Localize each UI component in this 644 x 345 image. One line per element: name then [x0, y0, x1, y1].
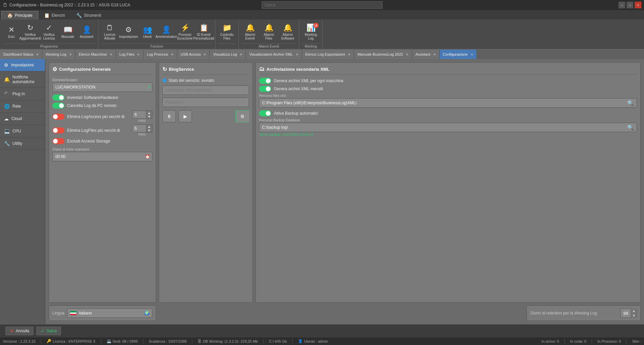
maximize-button[interactable]: □	[627, 2, 633, 8]
sidebar-item-impostazioni[interactable]: ⚙ Impostazioni	[0, 59, 45, 71]
search-input[interactable]	[262, 1, 383, 9]
working-log-label: WorkingLog	[305, 33, 317, 40]
archivio-xml-label: Archiviazione secondaria XML	[266, 67, 330, 72]
spinner-logfiles-up[interactable]: ▲	[146, 125, 152, 128]
tab-manuale[interactable]: Manuale BusinessLog 2022 ✕	[354, 50, 412, 59]
toggle-inventari-switch[interactable]	[52, 95, 64, 101]
retention-down-button[interactable]: ▼	[631, 313, 637, 318]
tab-log-processi[interactable]: Log Processi ✕	[143, 50, 177, 59]
tab-elenco-macchine-close[interactable]: ✕	[110, 53, 112, 56]
tab-visualizza-log[interactable]: Visualizza Log ✕	[210, 50, 246, 59]
verifica-licenza-button[interactable]: ✓ VerificaLicenza	[40, 22, 58, 43]
plugin-sidebar-label: Plug In	[12, 92, 25, 96]
panel-config-generale: ⚙ Configurazione Generale Dominio/Gruppo…	[49, 62, 156, 303]
spinner-logaccess-down[interactable]: ▼	[146, 115, 152, 118]
username-input[interactable]	[162, 85, 249, 95]
xml-path-search-icon[interactable]: 🔍	[625, 100, 637, 106]
ribbon-tab-strumenti[interactable]: 🔧 Strumenti	[70, 11, 107, 19]
allarmi-files-button[interactable]: 🔔 AllarmiFiles	[260, 22, 278, 43]
toggle-backup-switch[interactable]	[259, 110, 271, 116]
tab-archivi-xml-close[interactable]: ✕	[296, 53, 298, 56]
tab-dashboard-status[interactable]: DashBoard Status ✕	[0, 50, 42, 59]
spinner-logaccess-up[interactable]: ▲	[146, 111, 152, 115]
tab-log-processi-close[interactable]: ✕	[171, 53, 174, 56]
allarmi-eventi-label: AllarmiEventi	[245, 33, 255, 40]
toggle-genera-xml-switch[interactable]	[259, 78, 271, 84]
licenze-attivate-button[interactable]: 🗒 LicenzeAttivate	[101, 22, 118, 43]
tab-dashboard-close[interactable]: ✕	[36, 53, 39, 56]
tab-log-files-close[interactable]: ✕	[137, 53, 140, 56]
service-settings-button[interactable]: ⚙	[236, 110, 249, 122]
backup-path-input[interactable]	[259, 124, 625, 131]
tab-usb-access[interactable]: USB Access ✕	[177, 50, 210, 59]
cancel-button[interactable]: ✕ Annulla	[5, 327, 34, 335]
allarmi-eventi-icon: 🔔	[246, 24, 255, 32]
spinner-logfiles-down[interactable]: ▼	[146, 128, 152, 132]
domain-input[interactable]	[53, 82, 147, 92]
tab-working-log[interactable]: Working Log ✕	[42, 50, 76, 59]
sidebar-item-utility[interactable]: 🔧 Utility	[0, 137, 45, 150]
working-log-button[interactable]: 📊 WorkingLog 16	[302, 22, 319, 43]
allarmi-eventi-button[interactable]: 🔔 AllarmiEventi	[241, 22, 259, 43]
tab-elenco-log[interactable]: Elenco Log Esportazioni ✕	[302, 50, 354, 59]
impostazioni-button[interactable]: ⚙ Impostazioni	[120, 22, 137, 43]
toggle-elimina-logfiles-switch[interactable]	[52, 127, 64, 133]
utenti-label: Utenti	[143, 35, 152, 39]
tab-configurazione-close[interactable]: ✕	[470, 53, 473, 56]
esci-button[interactable]: ✕ Esci	[3, 22, 20, 43]
programma-group-label: Programma	[3, 44, 95, 48]
bottom-action-bar: ✕ Annulla ✓ Salva	[0, 324, 644, 337]
tab-elenco-log-close[interactable]: ✕	[348, 53, 350, 56]
password-input[interactable]	[162, 98, 249, 107]
allarmi-files-icon: 🔔	[264, 24, 274, 32]
sidebar-item-rete[interactable]: 🌐 Rete	[0, 100, 45, 113]
id-eventi-button[interactable]: 📋 ID EventiPersonalizzati	[195, 22, 212, 43]
toggle-escludi-switch[interactable]	[52, 138, 64, 144]
tab-elenco-macchine[interactable]: Elenco Macchine ✕	[76, 50, 116, 59]
programma-buttons: ✕ Esci ↻ VerificaAggiornamenti ✓ Verific…	[3, 21, 95, 44]
tab-manuale-close[interactable]: ✕	[406, 53, 408, 56]
verifica-aggiornamenti-button[interactable]: ↻ VerificaAggiornamenti	[21, 22, 39, 43]
service-pause-button[interactable]: ⏸	[162, 110, 176, 122]
manuale-button[interactable]: 📖 Manuale	[59, 22, 77, 43]
toggle-cancella-log-switch[interactable]	[52, 103, 64, 109]
minimize-button[interactable]: ─	[618, 2, 625, 8]
toggle-genera-xml-mensili-switch[interactable]	[259, 86, 271, 92]
tab-configurazione[interactable]: Configurazione ✕	[440, 50, 477, 59]
retention-up-button[interactable]: ▲	[631, 308, 637, 313]
controllo-files-button[interactable]: 📁 ControlloFiles	[218, 22, 236, 43]
orario-input[interactable]	[53, 153, 143, 160]
assistant-button[interactable]: 👤 Assistant	[78, 22, 95, 43]
tab-log-files[interactable]: Log Files ✕	[116, 50, 144, 59]
status-in-processo: In Processo: 0	[597, 339, 621, 343]
tab-assistant-close[interactable]: ✕	[433, 53, 436, 56]
toggle-elimina-logaccess-switch[interactable]	[52, 114, 64, 120]
tab-assistant[interactable]: Assistant ✕	[412, 50, 440, 59]
ribbon-group-working: 📊 WorkingLog 16 Working	[299, 19, 323, 49]
amministratori-button[interactable]: 👤 Amministratori	[157, 22, 175, 43]
save-icon: ✓	[41, 328, 45, 334]
impostazioni-sidebar-label: Impostazioni	[11, 63, 34, 67]
xml-path-input[interactable]	[259, 99, 625, 107]
ribbon-tab-principale[interactable]: 🏠 Principale	[1, 11, 38, 19]
licenze-icon: 🗒	[106, 24, 113, 32]
tab-archivi-xml[interactable]: Visualizzatore Archivi XML ✕	[246, 50, 302, 59]
tab-working-log-close[interactable]: ✕	[69, 53, 72, 56]
save-button[interactable]: ✓ Salva	[36, 327, 61, 335]
processi-eccezione-button[interactable]: ⚡ ProcessiEccezione	[176, 22, 194, 43]
tab-visualizza-log-close[interactable]: ✕	[240, 53, 242, 56]
close-button[interactable]: ✕	[635, 2, 641, 8]
domain-input-wrap: ✓	[52, 82, 152, 92]
tab-usb-access-close[interactable]: ✕	[203, 53, 206, 56]
sidebar-item-notifiche[interactable]: 🔔 Notifiche automatiche	[0, 71, 45, 88]
backup-path-search-icon[interactable]: 🔍	[625, 124, 637, 131]
ribbon-tab-elenchi[interactable]: 📋 Elenchi	[38, 11, 70, 19]
lingua-select-wrap[interactable]: Italiano 🌍	[67, 308, 152, 318]
sidebar-item-cpu[interactable]: 💻 CPU	[0, 125, 45, 137]
utenti-button[interactable]: 👥 Utenti	[139, 22, 156, 43]
sidebar-item-cloud[interactable]: ☁ Cloud	[0, 113, 45, 125]
sidebar-item-plugin[interactable]: 🔌 Plug In	[0, 88, 45, 100]
manuale-label: Manuale	[61, 35, 74, 39]
service-play-button[interactable]: ▶	[179, 110, 192, 122]
allarmi-software-button[interactable]: 🔔 AllarmiSoftware	[279, 22, 296, 43]
